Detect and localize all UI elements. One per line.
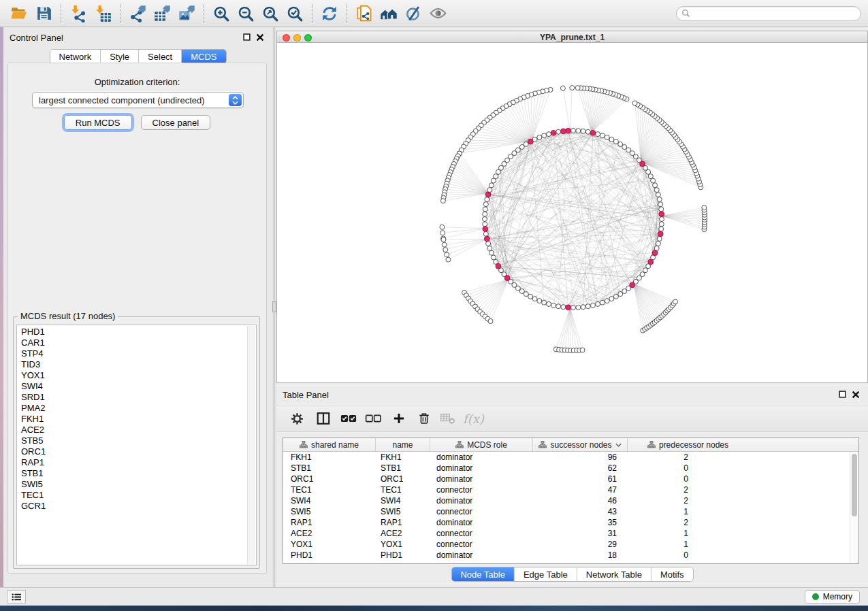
network-canvas[interactable] <box>276 43 868 383</box>
tab-motifs[interactable]: Motifs <box>652 567 693 581</box>
task-history-list-icon[interactable] <box>7 590 26 604</box>
search-field[interactable] <box>676 6 861 21</box>
network-window: YPA_prune.txt_1 <box>276 31 868 383</box>
apply-function-icon[interactable]: f(x) <box>463 412 484 426</box>
memory-button[interactable]: Memory <box>805 590 860 604</box>
column-header-shared-name[interactable]: shared name <box>283 438 376 451</box>
toolbar-separator <box>347 4 347 23</box>
delete-table-icon[interactable] <box>440 412 456 425</box>
tab-network-table[interactable]: Network Table <box>577 567 652 581</box>
mcds-result-item[interactable]: SWI5 <box>17 479 256 490</box>
tab-select[interactable]: Select <box>139 50 182 63</box>
toolbar-separator <box>61 4 61 23</box>
mcds-result-item[interactable]: STB1 <box>17 468 256 479</box>
export-table-icon[interactable] <box>150 2 174 25</box>
float-panel-icon[interactable] <box>243 33 251 41</box>
column-label: successor nodes <box>550 440 611 450</box>
export-image-icon[interactable] <box>174 2 199 25</box>
optimization-criterion-label: Optimization criterion: <box>8 77 266 87</box>
mcds-result-item[interactable]: TEC1 <box>17 490 256 501</box>
table-panel-header: Table Panel <box>276 384 868 405</box>
table-row[interactable]: ACE2ACE2connector311 <box>283 528 858 539</box>
control-panel-header: Control Panel <box>3 27 272 48</box>
zoom-fit-content-icon[interactable] <box>258 2 283 25</box>
table-scrollbar[interactable] <box>850 452 858 563</box>
hide-annotations-icon[interactable] <box>401 2 425 25</box>
mcds-result-item[interactable]: GCR1 <box>17 501 256 512</box>
column-header-mcds-role[interactable]: MCDS role <box>430 438 533 451</box>
mcds-result-item[interactable]: CAR1 <box>17 337 256 348</box>
run-mcds-button[interactable]: Run MCDS <box>64 115 132 130</box>
criterion-selected-value: largest connected component (undirected) <box>33 95 229 105</box>
table-row[interactable]: ORC1ORC1dominator610 <box>283 474 858 484</box>
mcds-result-item[interactable]: PHD1 <box>17 327 256 337</box>
cell-mcds-role: dominator <box>430 463 533 473</box>
zoom-selected-icon[interactable] <box>283 2 307 25</box>
refresh-view-icon[interactable] <box>317 2 342 25</box>
mcds-result-item[interactable]: RAP1 <box>17 457 256 468</box>
mcds-result-item[interactable]: TID3 <box>17 359 256 370</box>
add-column-icon[interactable] <box>392 412 406 425</box>
cell-successor-nodes: 62 <box>533 463 628 473</box>
show-columns-icon[interactable] <box>316 411 331 426</box>
table-row[interactable]: SWI4SWI4dominator462 <box>283 495 858 506</box>
column-header-successor-nodes[interactable]: successor nodes <box>533 438 628 451</box>
search-input[interactable] <box>690 8 856 19</box>
tab-mcds[interactable]: MCDS <box>182 50 225 63</box>
zoom-out-icon[interactable] <box>234 2 258 25</box>
home-icon[interactable] <box>376 2 401 25</box>
table-row[interactable]: SWI5SWI5connector431 <box>283 506 858 517</box>
tab-style[interactable]: Style <box>101 50 139 63</box>
cell-successor-nodes: 18 <box>533 550 628 560</box>
mcds-result-item[interactable]: YOX1 <box>17 370 256 381</box>
cell-name: FKH1 <box>376 452 430 462</box>
save-session-icon[interactable] <box>31 2 56 25</box>
column-header-name[interactable]: name <box>376 438 430 451</box>
open-file-icon[interactable] <box>7 2 31 25</box>
table-row[interactable]: FKH1FKH1dominator962 <box>283 452 858 463</box>
export-network-icon[interactable] <box>125 2 150 25</box>
delete-column-trash-icon[interactable] <box>417 412 431 425</box>
cell-predecessor-nodes: 1 <box>628 540 748 549</box>
new-network-from-file-icon[interactable] <box>352 2 376 25</box>
mcds-result-item[interactable]: STP4 <box>17 348 256 359</box>
tab-node-table[interactable]: Node Table <box>451 567 515 581</box>
network-window-titlebar[interactable]: YPA_prune.txt_1 <box>276 31 868 43</box>
import-table-icon[interactable] <box>91 2 115 25</box>
mcds-result-item[interactable]: SRD1 <box>17 392 256 403</box>
float-panel-icon[interactable] <box>839 391 846 398</box>
table-settings-gear-icon[interactable] <box>290 412 304 426</box>
mcds-result-item[interactable]: ACE2 <box>17 425 256 435</box>
mcds-list-scrollbar[interactable] <box>247 326 255 564</box>
mcds-result-item[interactable]: SWI4 <box>17 381 256 392</box>
scrollbar-thumb[interactable] <box>852 454 857 516</box>
select-all-columns-icon[interactable] <box>340 413 357 424</box>
close-panel-icon[interactable] <box>256 33 264 42</box>
mcds-result-item[interactable]: PMA2 <box>17 403 256 414</box>
cell-successor-nodes: 46 <box>533 496 628 506</box>
cell-shared-name: STB1 <box>283 463 376 473</box>
table-row[interactable]: RAP1RAP1dominator352 <box>283 517 858 528</box>
close-panel-button[interactable]: Close panel <box>141 115 211 130</box>
tab-network[interactable]: Network <box>50 50 101 63</box>
table-row[interactable]: YOX1YOX1connector291 <box>283 539 858 550</box>
table-row[interactable]: TEC1TEC1connector472 <box>283 484 858 495</box>
table-row[interactable]: PHD1PHD1dominator180 <box>283 550 858 561</box>
cell-name: SWI5 <box>376 507 430 516</box>
import-network-icon[interactable] <box>66 2 91 25</box>
mcds-result-item[interactable]: FKH1 <box>17 414 256 425</box>
column-header-predecessor-nodes[interactable]: predecessor nodes <box>628 438 748 451</box>
mcds-result-item[interactable]: ORC1 <box>17 446 256 457</box>
table-row[interactable]: STB1STB1dominator620 <box>283 463 858 474</box>
close-panel-icon[interactable] <box>852 391 860 399</box>
optimization-criterion-select[interactable]: largest connected component (undirected) <box>32 92 244 108</box>
cell-name: ORC1 <box>376 474 430 484</box>
mcds-result-item[interactable]: STB5 <box>17 435 256 446</box>
show-hidden-eye-icon[interactable] <box>425 2 450 25</box>
tab-edge-table[interactable]: Edge Table <box>515 567 577 581</box>
mcds-panel: Optimization criterion: largest connecte… <box>7 63 267 574</box>
unselect-all-columns-icon[interactable] <box>365 413 381 424</box>
zoom-in-icon[interactable] <box>209 2 234 25</box>
cell-name: STB1 <box>376 463 430 473</box>
cell-name: RAP1 <box>376 518 430 527</box>
